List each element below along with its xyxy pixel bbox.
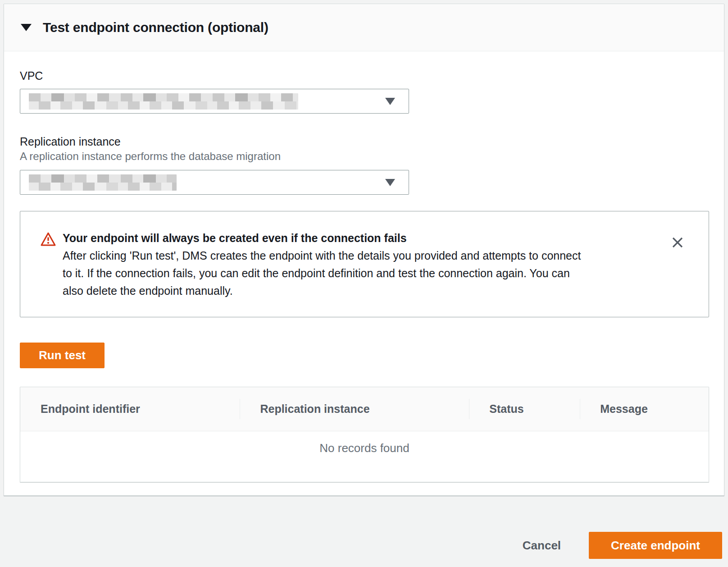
test-endpoint-panel: Test endpoint connection (optional) VPC … [4, 4, 724, 496]
test-results-table: Endpoint identifier Replication instance… [20, 387, 709, 482]
empty-table-message: No records found [319, 441, 409, 482]
warning-title: Your endpoint will always be created eve… [63, 229, 581, 247]
vpc-label: VPC [20, 69, 708, 83]
vpc-field: VPC [20, 69, 708, 114]
close-icon[interactable] [670, 235, 685, 250]
warning-content: Your endpoint will always be created eve… [63, 229, 581, 300]
replication-instance-field: Replication instance A replication insta… [20, 134, 708, 195]
vpc-select[interactable] [20, 89, 409, 114]
warning-body-line: After clicking 'Run test', DMS creates t… [63, 247, 581, 265]
table-header-row: Endpoint identifier Replication instance… [20, 387, 709, 431]
create-endpoint-button[interactable]: Create endpoint [589, 532, 722, 559]
vpc-redacted-value [29, 93, 298, 110]
page: Test endpoint connection (optional) VPC … [0, 4, 728, 559]
column-header-endpoint-identifier: Endpoint identifier [20, 387, 240, 431]
warning-banner: Your endpoint will always be created eve… [20, 211, 709, 317]
replication-instance-description: A replication instance performs the data… [20, 149, 708, 164]
run-test-button[interactable]: Run test [20, 343, 105, 368]
section-body: VPC Replication instance A replication i… [4, 51, 724, 482]
section-header[interactable]: Test endpoint connection (optional) [4, 4, 724, 51]
column-header-status: Status [469, 387, 580, 431]
replication-instance-redacted-value [29, 174, 177, 191]
column-header-message: Message [580, 387, 709, 431]
dropdown-arrow-icon [385, 98, 395, 105]
section-title: Test endpoint connection (optional) [43, 20, 268, 35]
warning-body-line: to it. If the connection fails, you can … [63, 265, 581, 282]
replication-instance-select[interactable] [20, 170, 409, 195]
table-body: No records found [20, 431, 709, 482]
column-header-replication-instance: Replication instance [240, 387, 469, 431]
cancel-button[interactable]: Cancel [523, 539, 561, 553]
replication-instance-label: Replication instance [20, 134, 708, 149]
warning-triangle-icon [40, 231, 56, 300]
collapse-triangle-icon [21, 24, 32, 31]
page-footer: Cancel Create endpoint [0, 496, 728, 559]
dropdown-arrow-icon [385, 179, 395, 186]
warning-body-line: also delete the endpoint manually. [63, 282, 581, 300]
